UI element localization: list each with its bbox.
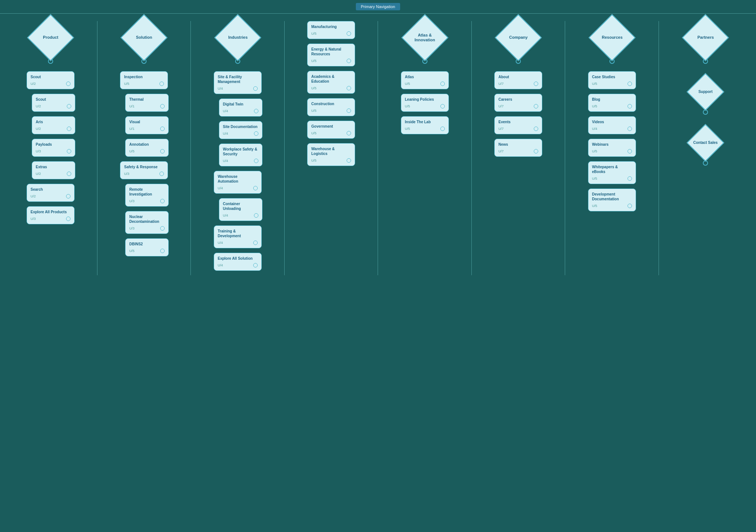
nav-card[interactable]: CareersU/7 <box>494 94 542 112</box>
nav-card-footer: U/3 <box>129 199 165 203</box>
nav-card[interactable]: BlogU/5 <box>588 94 636 112</box>
column-cards-industries-col2: ManufacturingU/5Energy & Natural Resourc… <box>285 21 378 170</box>
diamond-contactsales[interactable]: Contact Sales <box>687 124 724 162</box>
nav-card-footer: U/5 <box>592 204 632 208</box>
nav-card[interactable]: Container UnloadingU/4 <box>219 198 262 221</box>
nav-card-id: U/2 <box>36 104 41 108</box>
nav-card-id: U/5 <box>592 82 597 86</box>
top-bar: Primary Navigation <box>0 0 756 14</box>
nav-card[interactable]: Whitepapers & eBooksU/5 <box>588 161 636 184</box>
nav-card-footer: U/5 <box>592 176 632 181</box>
nav-card[interactable]: Warehouse & LogisticsU/5 <box>307 143 355 166</box>
nav-card[interactable]: VisualU/1 <box>125 116 169 134</box>
nav-card-id: U/4 <box>592 127 597 131</box>
nav-card-id: U/7 <box>498 127 504 131</box>
nav-card[interactable]: PayloadsU/3 <box>32 139 75 157</box>
nav-card-footer: U/7 <box>498 127 538 131</box>
nav-card-title: Search <box>31 187 71 192</box>
nav-card-title: Digital Twin <box>223 102 258 107</box>
nav-card[interactable]: AnnotationU/5 <box>125 139 169 157</box>
nav-card[interactable]: AboutU/7 <box>494 71 542 89</box>
nav-card-id: U/1 <box>129 104 134 108</box>
diamond-partners[interactable]: Partners <box>682 14 729 61</box>
nav-card[interactable]: Academics & EducationU/5 <box>307 71 355 94</box>
nav-card[interactable]: Explore All ProductsU/3 <box>27 206 75 224</box>
nav-card-circle <box>160 226 165 231</box>
nav-card[interactable]: ArisU/2 <box>32 116 75 134</box>
nav-card-footer: U/5 <box>311 108 351 113</box>
diamond-solution[interactable]: Solution <box>121 14 168 61</box>
nav-card[interactable]: ScoutU/2 <box>27 71 75 89</box>
nav-card-id: U/5 <box>311 32 316 35</box>
nav-card-footer: U/2 <box>36 172 71 176</box>
nav-card-title: Explore All Solution <box>218 256 258 261</box>
nav-card[interactable]: ScoutU/2 <box>32 94 75 112</box>
nav-card-circle <box>628 127 632 131</box>
nav-card-footer: U/3 <box>124 172 164 176</box>
diamond-support[interactable]: Support <box>687 73 724 111</box>
nav-card-footer: U/3 <box>36 149 71 153</box>
nav-card[interactable]: NewsU/7 <box>494 139 542 157</box>
nav-card[interactable]: Case StudiesU/5 <box>588 71 636 89</box>
nav-card[interactable]: Development DocumentationU/5 <box>588 189 636 211</box>
nav-card-id: U/7 <box>498 149 504 153</box>
nav-card[interactable]: Training & DevelopmentU/4 <box>214 225 262 248</box>
nav-card-title: Annotation <box>129 142 165 147</box>
nav-card[interactable]: WebinarsU/5 <box>588 139 636 157</box>
nav-card-footer: U/5 <box>124 82 164 86</box>
nav-card-title: Workplace Safety & Security <box>223 147 258 156</box>
nav-card[interactable]: Leaning PoliciesU/5 <box>401 94 449 112</box>
nav-card[interactable]: Workplace Safety & SecurityU/4 <box>219 144 262 166</box>
nav-card[interactable]: EventsU/7 <box>494 116 542 134</box>
nav-card-title: Case Studies <box>592 75 632 79</box>
nav-card-title: Nuclear Decontamination <box>129 214 165 224</box>
nav-card[interactable]: SearchU/2 <box>27 184 75 202</box>
nav-card-footer: U/3 <box>31 217 71 221</box>
nav-card-title: Training & Development <box>218 229 258 238</box>
nav-card[interactable]: Site & Facility ManagementU/4 <box>214 71 262 94</box>
nav-card-footer: U/5 <box>405 127 445 131</box>
diamond-company[interactable]: Company <box>495 14 542 61</box>
nav-card[interactable]: ManufacturingU/5 <box>307 21 355 39</box>
diamond-product[interactable]: Product <box>27 14 74 61</box>
nav-card-circle <box>160 104 165 108</box>
nav-card-footer: U/5 <box>311 31 351 36</box>
diamond-industries-col1[interactable]: Industries <box>214 14 261 61</box>
nav-card-footer: U/4 <box>223 109 258 113</box>
nav-card-circle <box>67 104 71 108</box>
nav-card-title: Government <box>311 124 351 129</box>
nav-card[interactable]: Energy & Natural ResourcesU/5 <box>307 44 355 66</box>
nav-card[interactable]: ExtrasU/2 <box>32 161 75 179</box>
nav-card[interactable]: DBINS2U/5 <box>125 238 169 256</box>
nav-card-id: U/3 <box>129 199 134 203</box>
nav-card[interactable]: Inside The LabU/5 <box>401 116 449 134</box>
nav-card[interactable]: Nuclear DecontaminationU/3 <box>125 211 169 234</box>
nav-card[interactable]: InspectionU/5 <box>120 71 168 89</box>
diamond-label-solution: Solution <box>134 34 154 41</box>
nav-card[interactable]: VideosU/4 <box>588 116 636 134</box>
nav-card[interactable]: Explore All SolutionU/4 <box>214 253 262 271</box>
nav-card-id: U/3 <box>36 149 41 153</box>
nav-card-circle <box>628 176 632 181</box>
nav-card-id: U/4 <box>218 241 223 245</box>
nav-card-footer: U/5 <box>311 59 351 63</box>
diamond-resources[interactable]: Resources <box>588 14 635 61</box>
nav-card[interactable]: GovernmentU/5 <box>307 121 355 139</box>
diamond-label-product: Product <box>41 34 60 41</box>
nav-card[interactable]: Digital TwinU/4 <box>219 99 262 117</box>
diamond-atlas[interactable]: Atlas & Innovation <box>401 14 448 61</box>
nav-card-id: U/4 <box>218 87 223 90</box>
nav-card-id: U/2 <box>36 127 41 131</box>
nav-card[interactable]: ConstructionU/5 <box>307 98 355 116</box>
nav-card[interactable]: ThermalU/1 <box>125 94 169 112</box>
nav-card[interactable]: Site DocumentationU/4 <box>219 121 262 139</box>
nav-card[interactable]: AtlasU/5 <box>401 71 449 89</box>
nav-card[interactable]: Warehouse AutomationU/4 <box>214 171 262 194</box>
nav-card-circle <box>159 172 164 176</box>
nav-card[interactable]: Safety & ResponseU/3 <box>120 161 168 179</box>
nav-card-footer: U/5 <box>405 82 445 86</box>
nav-card[interactable]: Remote InvestigationU/3 <box>125 184 169 207</box>
nav-card-circle <box>160 249 165 253</box>
nav-column-industries-col1: IndustriesSite & Facility ManagementU/4D… <box>191 21 285 275</box>
nav-card-circle <box>159 82 164 86</box>
